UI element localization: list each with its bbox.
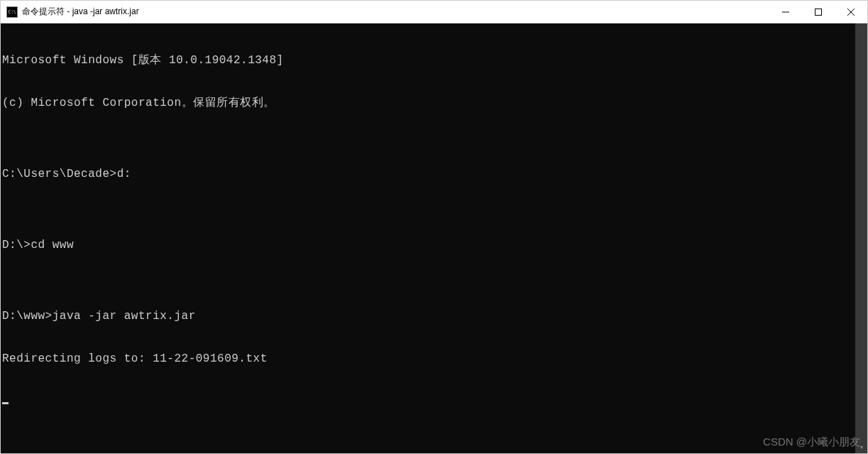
close-button[interactable]	[835, 1, 867, 23]
maximize-button[interactable]	[802, 1, 835, 23]
scrollbar-thumb[interactable]	[855, 23, 867, 453]
terminal-line: Microsoft Windows [版本 10.0.19042.1348]	[2, 53, 855, 67]
titlebar[interactable]: C:\ 命令提示符 - java -jar awtrix.jar	[1, 1, 867, 23]
terminal-line: Redirecting logs to: 11-22-091609.txt	[2, 352, 855, 366]
window-controls	[769, 1, 867, 23]
terminal-cursor-line	[2, 394, 855, 409]
terminal-line: C:\Users\Decade>d:	[2, 167, 855, 181]
svg-rect-1	[815, 9, 822, 15]
vertical-scrollbar[interactable]: ▾	[855, 23, 867, 453]
close-icon	[847, 9, 855, 16]
terminal-line: D:\>cd www	[2, 238, 855, 252]
content-area: Microsoft Windows [版本 10.0.19042.1348] (…	[1, 23, 867, 453]
app-icon: C:\	[6, 6, 18, 18]
maximize-icon	[815, 9, 822, 16]
terminal-output[interactable]: Microsoft Windows [版本 10.0.19042.1348] (…	[1, 23, 855, 453]
window-title: 命令提示符 - java -jar awtrix.jar	[22, 6, 769, 18]
command-prompt-window: C:\ 命令提示符 - java -jar awtrix.jar Microso…	[0, 0, 868, 454]
terminal-line: D:\www>java -jar awtrix.jar	[2, 309, 855, 323]
scroll-down-arrow[interactable]: ▾	[855, 441, 867, 453]
minimize-icon	[782, 9, 789, 16]
minimize-button[interactable]	[769, 1, 802, 23]
terminal-line: (c) Microsoft Corporation。保留所有权利。	[2, 96, 855, 110]
cursor	[2, 402, 9, 404]
